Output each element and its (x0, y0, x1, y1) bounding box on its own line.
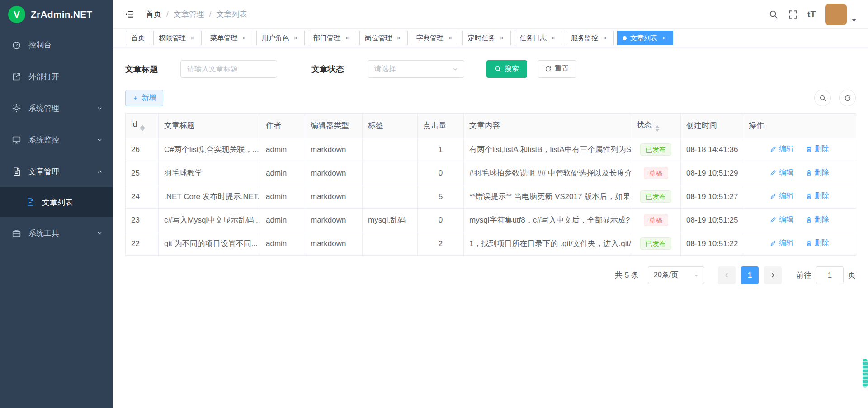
tab-user-role[interactable]: 用户角色 × (256, 31, 305, 45)
breadcrumb-article-management[interactable]: 文章管理 (174, 9, 204, 19)
topbar-right: tT (769, 4, 856, 25)
breadcrumb-article-list: 文章列表 (216, 9, 247, 19)
tab-close-icon[interactable]: × (344, 34, 351, 42)
table-row: 22 git 为不同的项目设置不同... admin markdown 2 1，… (126, 232, 856, 256)
delete-button[interactable]: 删除 (806, 191, 829, 201)
external-link-icon (12, 72, 21, 81)
delete-button[interactable]: 删除 (806, 238, 829, 248)
sidebar-collapse-icon[interactable] (124, 9, 134, 19)
trash-icon (806, 146, 812, 152)
toolbox-icon (12, 228, 21, 238)
table-row: 23 c#写入Mysql中文显示乱码 ... admin markdown my… (126, 209, 856, 232)
sidebar-item-external-open[interactable]: 外部打开 (0, 61, 113, 92)
add-button[interactable]: 新增 (125, 90, 163, 106)
article-list-icon (26, 198, 35, 207)
tab-close-icon[interactable]: × (241, 34, 248, 42)
page-number-button[interactable]: 1 (741, 266, 759, 284)
reset-button[interactable]: 重置 (538, 60, 576, 78)
tab-department[interactable]: 部门管理 × (308, 31, 356, 45)
breadcrumb-home[interactable]: 首页 (146, 9, 161, 19)
delete-button[interactable]: 删除 (806, 215, 829, 224)
tab-dictionary[interactable]: 字典管理 × (411, 31, 459, 45)
search-icon[interactable] (769, 9, 778, 19)
page-size-select[interactable]: 20条/页 (648, 266, 704, 284)
sidebar-menu: 控制台 外部打开 系统管理 系统监控 文章管理 (0, 29, 113, 249)
chevron-up-icon (96, 168, 103, 175)
topbar-left: 首页 / 文章管理 / 文章列表 (124, 9, 247, 19)
tab-close-icon[interactable]: × (550, 34, 557, 42)
goto-page-input[interactable] (816, 266, 844, 284)
table-row: 25 羽毛球教学 admin markdown 0 #羽毛球拍参数说明 ## 中… (126, 161, 856, 185)
font-size-icon[interactable]: tT (807, 9, 816, 19)
toggle-search-button[interactable] (814, 90, 831, 106)
article-title-label: 文章标题 (125, 64, 158, 75)
column-header-created: 创建时间 (681, 114, 743, 138)
delete-button[interactable]: 删除 (806, 144, 829, 154)
plus-icon (132, 95, 139, 101)
page-content: 文章标题 文章状态 请选择 搜索 重置 (113, 47, 868, 408)
app-title: ZrAdmin.NET (31, 9, 92, 20)
refresh-icon (844, 95, 851, 102)
edit-button[interactable]: 编辑 (770, 144, 793, 154)
sidebar-item-label: 控制台 (28, 40, 52, 50)
table-row: 24 .NET Core 发布时提示.NET... admin markdown… (126, 185, 856, 209)
search-icon (495, 66, 501, 72)
tabs-bar: 首页 权限管理 × 菜单管理 × 用户角色 × 部门管理 × 岗位管理 × (113, 29, 868, 47)
tab-server-monitor[interactable]: 服务监控 × (566, 31, 614, 45)
prev-page-button[interactable] (718, 266, 736, 284)
next-page-button[interactable] (764, 266, 782, 284)
tab-close-icon[interactable]: × (189, 34, 196, 42)
tab-close-icon[interactable]: × (498, 34, 505, 42)
trash-icon (806, 193, 812, 199)
sidebar-item-article-list[interactable]: 文章列表 (0, 187, 113, 217)
column-header-status[interactable]: 状态 (631, 114, 681, 138)
chevron-down-icon (96, 137, 103, 143)
sidebar-item-label: 系统管理 (28, 103, 59, 114)
article-title-input[interactable] (180, 60, 277, 78)
sidebar-item-system-tools[interactable]: 系统工具 (0, 217, 113, 249)
user-avatar[interactable] (825, 4, 847, 25)
sidebar-item-article-management[interactable]: 文章管理 (0, 156, 113, 187)
tab-task-log[interactable]: 任务日志 × (514, 31, 562, 45)
user-menu-caret-icon[interactable] (852, 19, 856, 22)
sidebar-item-label: 系统监控 (28, 135, 59, 145)
edit-button[interactable]: 编辑 (770, 168, 793, 177)
refresh-table-button[interactable] (839, 90, 856, 106)
trash-icon (806, 216, 812, 223)
edit-button[interactable]: 编辑 (770, 191, 793, 201)
delete-button[interactable]: 删除 (806, 168, 829, 177)
tab-permission[interactable]: 权限管理 × (153, 31, 202, 45)
edit-icon (770, 193, 777, 199)
sidebar-item-dashboard[interactable]: 控制台 (0, 29, 113, 61)
tab-post[interactable]: 岗位管理 × (359, 31, 408, 45)
sidebar-item-label: 文章列表 (42, 197, 73, 208)
column-header-id[interactable]: id (126, 114, 159, 138)
sidebar-item-system-monitor[interactable]: 系统监控 (0, 124, 113, 156)
chevron-down-icon (693, 272, 699, 279)
breadcrumb: 首页 / 文章管理 / 文章列表 (146, 9, 247, 19)
tab-home[interactable]: 首页 (126, 31, 150, 45)
tab-close-icon[interactable]: × (660, 34, 668, 42)
tab-close-icon[interactable]: × (395, 34, 402, 42)
edit-button[interactable]: 编辑 (770, 238, 793, 248)
dashboard-icon (12, 40, 21, 50)
tab-close-icon[interactable]: × (292, 34, 299, 42)
sort-icon[interactable] (140, 125, 145, 131)
sidebar-item-system-management[interactable]: 系统管理 (0, 92, 113, 124)
article-status-select[interactable]: 请选择 (368, 60, 464, 78)
pagination: 共 5 条 20条/页 1 前往 页 (125, 266, 856, 284)
edit-button[interactable]: 编辑 (770, 215, 793, 224)
tab-article-list[interactable]: 文章列表 × (617, 31, 673, 45)
fullscreen-icon[interactable] (788, 9, 798, 19)
tab-close-icon[interactable]: × (447, 34, 454, 42)
scrollbar-thumb[interactable] (863, 359, 868, 388)
sort-icon[interactable] (655, 125, 660, 132)
tab-menu-management[interactable]: 菜单管理 × (205, 31, 253, 45)
monitor-icon (12, 135, 21, 145)
tab-scheduled-task[interactable]: 定时任务 × (462, 31, 511, 45)
tab-close-icon[interactable]: × (601, 34, 609, 42)
status-badge: 草稿 (644, 167, 668, 179)
search-button[interactable]: 搜索 (486, 60, 527, 78)
logo-icon: V (8, 6, 25, 23)
trash-icon (806, 240, 812, 247)
